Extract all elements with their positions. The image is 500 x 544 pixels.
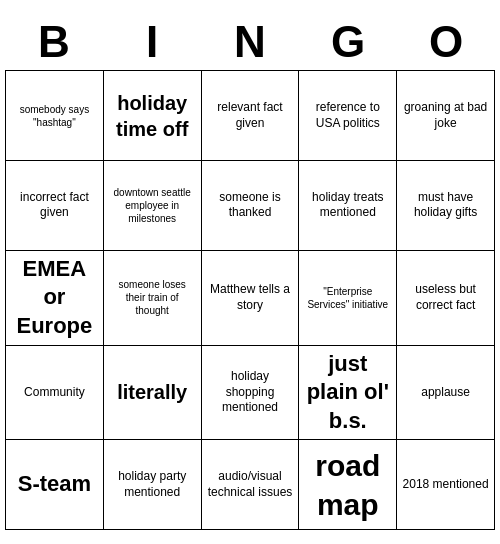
bingo-cell-21: holiday party mentioned (104, 440, 202, 530)
bingo-cell-20: S-team (6, 440, 104, 530)
bingo-cell-11: someone loses their train of thought (104, 251, 202, 346)
bingo-letter-g: G (299, 14, 397, 70)
bingo-cell-17: holiday shopping mentioned (202, 346, 300, 441)
bingo-letter-i: I (103, 14, 201, 70)
bingo-cell-23: road map (299, 440, 397, 530)
bingo-header: BINGO (5, 14, 495, 70)
bingo-cell-3: reference to USA politics (299, 71, 397, 161)
bingo-cell-14: useless but correct fact (397, 251, 495, 346)
bingo-cell-9: must have holiday gifts (397, 161, 495, 251)
bingo-cell-10: EMEA or Europe (6, 251, 104, 346)
bingo-cell-5: incorrect fact given (6, 161, 104, 251)
bingo-cell-1: holiday time off (104, 71, 202, 161)
bingo-cell-19: applause (397, 346, 495, 441)
bingo-cell-22: audio/visual technical issues (202, 440, 300, 530)
bingo-letter-b: B (5, 14, 103, 70)
bingo-cell-12: Matthew tells a story (202, 251, 300, 346)
bingo-card: BINGO somebody says "hashtag"holiday tim… (5, 14, 495, 530)
bingo-cell-2: relevant fact given (202, 71, 300, 161)
bingo-cell-4: groaning at bad joke (397, 71, 495, 161)
bingo-cell-8: holiday treats mentioned (299, 161, 397, 251)
bingo-cell-13: "Enterprise Services" initiative (299, 251, 397, 346)
bingo-cell-6: downtown seattle employee in milestones (104, 161, 202, 251)
bingo-letter-n: N (201, 14, 299, 70)
bingo-cell-16: literally (104, 346, 202, 441)
bingo-letter-o: O (397, 14, 495, 70)
bingo-cell-0: somebody says "hashtag" (6, 71, 104, 161)
bingo-cell-18: just plain ol' b.s. (299, 346, 397, 441)
bingo-cell-7: someone is thanked (202, 161, 300, 251)
bingo-grid: somebody says "hashtag"holiday time offr… (5, 70, 495, 530)
bingo-cell-24: 2018 mentioned (397, 440, 495, 530)
bingo-cell-15: Community (6, 346, 104, 441)
